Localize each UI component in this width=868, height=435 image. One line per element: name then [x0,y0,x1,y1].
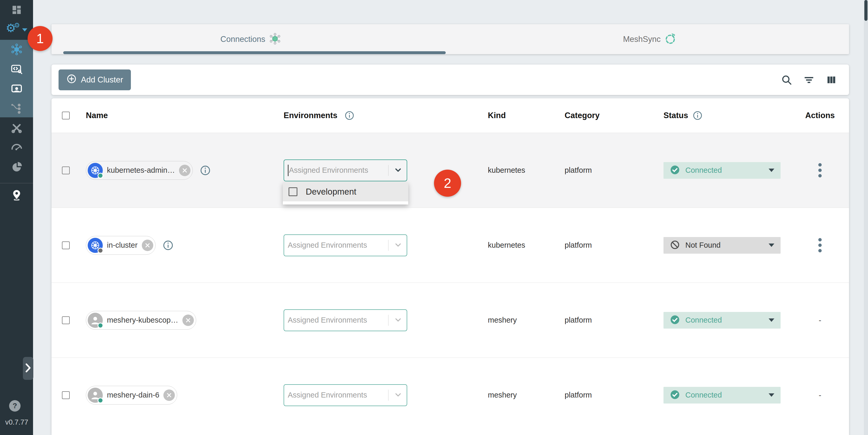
sidebar-item-lifecycle[interactable]: ⚙⚙ [0,21,33,35]
tab-meshsync-label: MeshSync [623,35,661,44]
status-badge[interactable]: Connected [663,312,781,329]
connection-chip[interactable]: in-cluster [86,236,156,255]
help-button[interactable]: ? [9,400,21,412]
menu-item-development[interactable]: Development [283,182,408,201]
question-mark-icon: ? [12,402,17,410]
kubernetes-icon [88,163,103,178]
select-all-checkbox[interactable] [62,112,70,119]
info-icon[interactable] [692,110,703,121]
search-icon[interactable] [781,74,793,86]
scrollbar-track[interactable] [864,0,868,435]
connection-chip[interactable]: meshery-dain-6 [86,386,177,405]
environments-placeholder: Assigned Environments [289,166,368,175]
environments-placeholder: Assigned Environments [288,391,367,399]
environments-select[interactable]: Assigned Environments [284,235,407,256]
environments-select[interactable]: Assigned Environments [284,384,407,406]
sidebar-item-workflows[interactable] [0,102,33,116]
category-value: platform [565,166,592,175]
tutorial-step-badge-1: 1 [28,26,53,51]
caret-down-icon [769,168,774,172]
info-icon[interactable] [344,110,354,121]
sidebar-item-adapters[interactable] [0,63,33,76]
scrollbar-thumb[interactable] [864,0,867,21]
dashboard-grid-icon [11,4,22,17]
tab-connections-label: Connections [220,35,265,44]
option-checkbox[interactable] [288,187,298,196]
status-badge[interactable]: Not Found [663,237,781,254]
add-cluster-button[interactable]: Add Cluster [59,69,131,90]
tab-meshsync[interactable]: MeshSync [451,24,849,54]
environments-select[interactable]: Assigned Environments [284,159,407,181]
performance-gauge-icon [10,141,23,155]
status-dot [98,173,103,179]
check-circle-icon [670,390,680,401]
caret-down-icon [769,244,774,247]
category-value: platform [565,241,592,249]
connection-name: meshery-kubescop… [107,316,178,324]
kind-value: kubernetes [488,241,525,249]
filter-icon[interactable] [803,74,815,86]
environments-select[interactable]: Assigned Environments [284,309,407,331]
tab-bar: Connections MeshSync [52,24,849,54]
connection-chip[interactable]: meshery-kubescop… [86,311,196,330]
row-checkbox[interactable] [62,166,70,174]
select-divider [388,240,389,251]
pipeline-nodes-icon [10,102,23,116]
select-divider [388,315,389,326]
table-row: meshery-kubescop… Assigned Environments [52,283,849,358]
chevron-down-icon [22,28,27,31]
avatar-icon [88,387,103,403]
connections-table: Name Environments Kind Category Status [52,98,849,435]
row-checkbox[interactable] [62,316,70,324]
remove-connection-icon[interactable] [182,315,194,326]
row-checkbox[interactable] [62,391,70,399]
sidebar-item-performance[interactable] [0,141,33,155]
connection-name: in-cluster [107,241,137,249]
chevron-down-icon[interactable] [394,315,403,325]
code-adapter-icon [10,63,23,76]
table-row: in-cluster Assigned Environments [52,208,849,283]
remove-connection-icon[interactable] [179,165,190,176]
connection-chip[interactable]: kubernetes-admin… [86,161,193,180]
tab-connections[interactable]: Connections [52,24,451,54]
header-environments: Environments [284,111,338,120]
select-divider [388,165,389,176]
chevron-down-icon[interactable] [394,165,403,175]
chevron-down-icon[interactable] [394,240,403,250]
select-divider [388,390,389,401]
extensions-pie-icon [10,161,23,174]
environments-placeholder: Assigned Environments [288,316,367,324]
view-columns-icon[interactable] [825,74,837,86]
remove-connection-icon[interactable] [142,240,153,251]
kind-value: meshery [488,391,517,399]
table-header-row: Name Environments Kind Category Status [52,98,849,133]
sidebar-divider [0,183,33,183]
row-checkbox[interactable] [62,242,70,249]
mesh-network-icon [269,33,281,46]
kebab-menu-icon[interactable] [818,163,822,178]
sidebar-item-connections[interactable] [0,43,33,57]
active-tab-indicator [63,51,446,54]
kebab-menu-icon[interactable] [818,238,822,252]
sidebar-collapse-button[interactable] [23,357,33,380]
caret-down-icon [769,393,774,397]
meshery-app: { "sidebar": { "version": "v0.7.77", "he… [0,0,868,435]
check-circle-icon [670,165,680,176]
screen-user-icon [10,83,23,96]
info-icon[interactable] [199,165,211,176]
status-badge[interactable]: Connected [663,387,781,404]
info-icon[interactable] [162,240,174,251]
remove-connection-icon[interactable] [163,390,175,401]
sync-dashed-circle-icon [664,33,676,46]
kubernetes-icon [88,238,103,253]
sidebar-item-toolkit[interactable] [0,122,33,135]
sidebar-item-dashboard[interactable] [0,4,33,17]
sidebar-item-remote-screen[interactable] [0,83,33,96]
prohibited-icon [670,240,680,251]
sidebar-item-catalog[interactable] [0,189,33,203]
status-badge[interactable]: Connected [663,162,781,179]
table-row: meshery-dain-6 Assigned Environments [52,358,849,432]
sidebar-item-extensions[interactable] [0,161,33,174]
chevron-right-icon [25,363,31,374]
chevron-down-icon[interactable] [394,390,403,400]
